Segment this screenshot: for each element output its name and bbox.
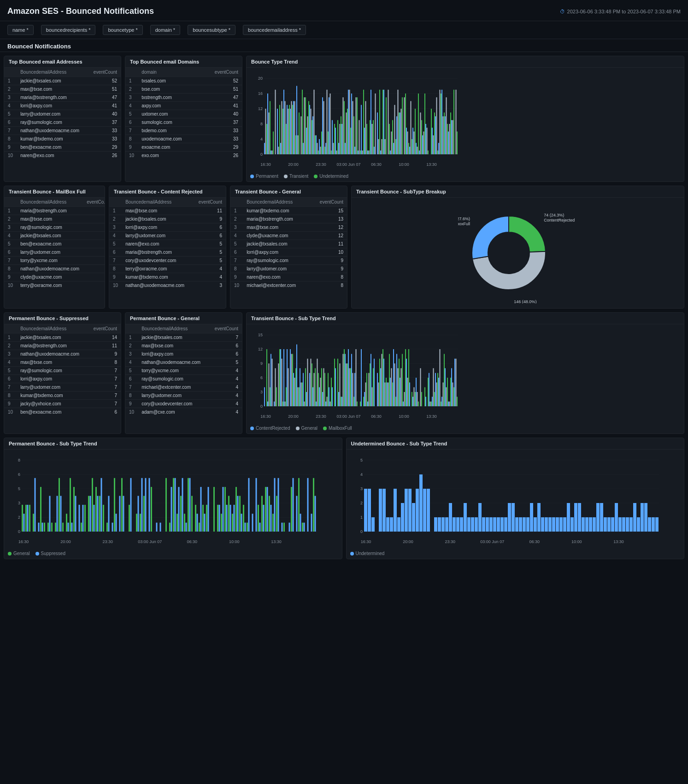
table-row: 7txdemo.com33: [125, 127, 242, 135]
table-row: 8terry@oxracme.com4: [109, 265, 226, 273]
table-row: 2max@txse.com6: [125, 342, 242, 350]
undetermined-subtype-trend-title: Undetermined Bounce - Sub Type Trend: [347, 438, 684, 450]
table-row: 8nathan@uxodemoacme.com: [4, 265, 105, 273]
transient-mailbox-table: BouncedemailAddress eventCo... 1maria@tx…: [4, 198, 105, 289]
filter-chip[interactable]: bouncetype *: [103, 25, 142, 35]
table-row: 1jackie@txsales.com52: [4, 77, 121, 85]
table-row: 5ray@sumologic.com7: [4, 367, 121, 375]
undetermined-subtype-trend-panel: Undetermined Bounce - Sub Type Trend Und…: [346, 438, 685, 559]
col-email: BouncedemailAddress: [17, 68, 88, 77]
table-row: 9clyde@uxacme.com: [4, 273, 105, 281]
legend-general: General: [296, 426, 318, 431]
undetermined-dot: [314, 175, 318, 178]
mailboxfull-dot: [323, 427, 327, 430]
table-row: 6sumologic.com37: [125, 118, 242, 127]
table-row: 1txsales.com52: [125, 77, 242, 85]
donut-chart: 74 (24.3%)ContentRejected146 (48.0%)Gene…: [352, 198, 684, 308]
table-row: 3ray@sumologic.com: [4, 223, 105, 232]
transient-general-title: Transient Bounce - General: [230, 186, 347, 198]
filter-chip[interactable]: bouncesubtype *: [188, 25, 235, 35]
filter-chip[interactable]: domain *: [150, 25, 180, 35]
table-row: 4lorri@axpy.com41: [4, 102, 121, 110]
content-rejected-dot: [250, 427, 254, 430]
table-row: 9jacky@yxhoice.com7: [4, 400, 121, 408]
undetermined-subtype-trend-chart: [347, 450, 684, 549]
table-row: 1maria@txstrength.com: [4, 207, 105, 215]
table-row: 10michael@extcenter.com8: [230, 281, 347, 290]
transient-subtype-title: Transient Bounce - SubType Breakup: [352, 186, 684, 198]
suppressed-dot: [35, 552, 39, 556]
svg-text:MailboxFull: MailboxFull: [458, 222, 470, 226]
svg-text:146 (48.0%): 146 (48.0%): [514, 299, 536, 304]
page-header: Amazon SES - Bounced Notifications ⏱ 202…: [0, 0, 688, 21]
filter-chip[interactable]: bouncedemailaddress *: [243, 25, 306, 35]
permanent-suppressed-table: BouncedemailAddress eventCount 1jackie@t…: [4, 324, 121, 416]
table-row: 7nathan@uxodemoacme.com33: [4, 127, 121, 135]
table-row: 6ray@sumologic.com37: [4, 118, 121, 127]
table-row: 6ray@sumologic.com4: [125, 375, 242, 383]
row-4: Permanent Bounce - Sub Type Trend Genera…: [4, 438, 684, 559]
permanent-subtype-trend-title: Permanent Bounce - Sub Type Trend: [4, 438, 342, 450]
table-row: 7cory@uxodevcenter.com5: [109, 257, 226, 265]
table-row: 3txstrength.com47: [125, 94, 242, 102]
general-dot: [296, 427, 300, 430]
table-row: 9exoacme.com29: [125, 143, 242, 152]
table-row: 5torry@yxcme.com4: [125, 367, 242, 375]
table-row: 1max@txse.com11: [109, 207, 226, 215]
table-row: 2maria@txstrength.com13: [230, 215, 347, 223]
filter-chip[interactable]: name *: [7, 25, 34, 35]
table-row: 7larry@uxtomer.com7: [4, 383, 121, 392]
table-row: 5larry@uxtomer.com40: [4, 110, 121, 118]
transient-mailbox-panel: Transient Bounce - MailBox Full Bouncede…: [4, 186, 105, 309]
transient-dot: [284, 175, 288, 178]
legend-general-perm: General: [8, 551, 30, 556]
transient-content-panel: Transient Bounce - Content Rejected Boun…: [109, 186, 226, 309]
table-row: 8larry@uxtomer.com9: [230, 265, 347, 273]
table-row: 10adam@cxe.com4: [125, 408, 242, 416]
table-row: 4clyde@uxacme.com12: [230, 232, 347, 240]
legend-undetermined-sub: Undetermined: [350, 551, 385, 556]
general-perm-dot: [8, 552, 12, 556]
table-row: 5jackie@txsales.com11: [230, 240, 347, 248]
table-row: 2txse.com51: [125, 85, 242, 94]
table-row: 8kumar@txdemo.com33: [4, 135, 121, 143]
svg-text:84 (27.6%): 84 (27.6%): [458, 216, 470, 221]
table-row: 2maria@txstrength.com11: [4, 342, 121, 350]
table-row: 9kumar@txdemo.com4: [109, 273, 226, 281]
top-bounced-domains-panel: Top Bounced email Domains domain eventCo…: [125, 56, 242, 182]
table-row: 7torry@yxcme.com: [4, 257, 105, 265]
section-header: Bounced Notifications: [0, 39, 688, 52]
undetermined-legend: Undetermined: [347, 549, 684, 559]
top-bounced-domains-table: domain eventCount 1txsales.com522txse.co…: [125, 68, 242, 159]
transient-subtype-trend-chart: [247, 324, 684, 424]
table-row: 5ben@exoacme.com: [4, 240, 105, 248]
top-bounced-domains-title: Top Bounced email Domains: [125, 56, 242, 68]
permanent-dot: [250, 175, 254, 178]
svg-text:ContentRejected: ContentRejected: [544, 218, 575, 222]
transient-subtype-legend: ContentRejected General MailboxFull: [247, 424, 684, 433]
legend-undetermined: Undetermined: [314, 174, 348, 179]
permanent-general-title: Permanent Bounce - General: [125, 313, 242, 324]
table-row: 3lorri@axpy.com6: [125, 350, 242, 358]
table-row: 8larry@uxtomer.com4: [125, 392, 242, 400]
dashboard: Top Bounced email Addresses Bouncedemail…: [0, 52, 688, 567]
top-bounced-addresses-table: BouncedemailAddress eventCount 1jackie@t…: [4, 68, 121, 159]
permanent-suppressed-title: Permanent Bounce - Suppressed: [4, 313, 121, 324]
table-row: 1jackie@txsales.com7: [125, 333, 242, 342]
table-row: 4jackie@txsales.com: [4, 232, 105, 240]
table-row: 3lorri@axpy.com6: [109, 223, 226, 232]
transient-subtype-breakup-panel: Transient Bounce - SubType Breakup 74 (2…: [351, 186, 684, 309]
table-row: 4larry@uxtomer.com6: [109, 232, 226, 240]
bounce-type-trend-panel: Bounce Type Trend Permanent Transient Un…: [246, 56, 684, 182]
bounce-type-trend-chart: [247, 68, 684, 172]
table-row: 2jackie@txsales.com9: [109, 215, 226, 223]
filter-chip[interactable]: bouncedrecipients *: [41, 25, 96, 35]
permanent-subtype-trend-chart: [4, 450, 342, 549]
table-row: 7michael@extcenter.com4: [125, 383, 242, 392]
table-row: 6lorri@axpy.com7: [4, 375, 121, 383]
transient-content-title: Transient Bounce - Content Rejected: [109, 186, 226, 198]
transient-subtype-trend-title: Transient Bounce - Sub Type Trend: [247, 313, 684, 324]
row-1: Top Bounced email Addresses Bouncedemail…: [4, 56, 684, 182]
table-row: 6maria@txstrength.com5: [109, 248, 226, 257]
table-row: 9cory@uxodevcenter.com4: [125, 400, 242, 408]
